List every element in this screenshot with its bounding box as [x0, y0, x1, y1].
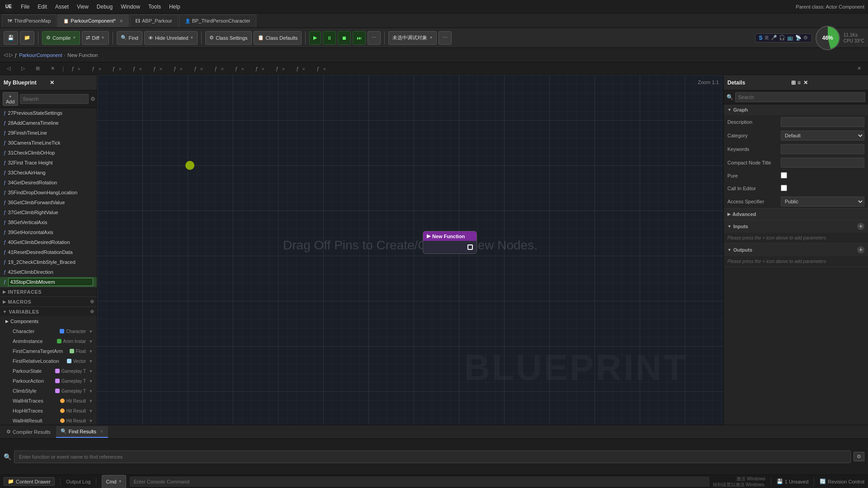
- bp-func-27[interactable]: ƒ27PreviousStateSettings: [0, 108, 97, 118]
- nav-forward-btn[interactable]: ▷: [9, 52, 13, 58]
- right-panel-close[interactable]: ✕: [803, 80, 864, 86]
- func-tab-6[interactable]: ƒ ✕: [189, 65, 208, 73]
- debug-target-dropdown[interactable]: 未选中调试对象 ▼: [388, 31, 437, 45]
- class-settings-button[interactable]: ⚙ Class Settings: [205, 31, 251, 45]
- tab-parkourcomponent-close[interactable]: ✕: [119, 19, 123, 23]
- more-button[interactable]: ⋯: [368, 31, 381, 45]
- func-tab-5[interactable]: ƒ ✕: [169, 65, 188, 73]
- tab-thirdpersonmap[interactable]: 🗺 ThirdPersonMap: [2, 14, 57, 27]
- func-tab-1[interactable]: ƒ ✕: [87, 65, 106, 73]
- pause-button[interactable]: ⏸: [323, 31, 336, 45]
- menu-help[interactable]: Help: [165, 3, 184, 11]
- func-tab-8[interactable]: ƒ ✕: [230, 65, 250, 73]
- revision-control-btn[interactable]: 🔄 Revision Control: [820, 479, 864, 484]
- bp-func-38[interactable]: ƒ38GetVerticalAxis: [0, 217, 97, 227]
- details-pure-checkbox[interactable]: [781, 172, 787, 178]
- bp-func-35[interactable]: ƒ35FindDropDownHangLocation: [0, 188, 97, 197]
- breadcrumb-component[interactable]: ParkourComponent: [19, 52, 62, 58]
- find-button[interactable]: 🔍 Find: [117, 31, 142, 45]
- save-button[interactable]: 💾: [4, 31, 18, 45]
- console-input[interactable]: [130, 477, 709, 487]
- var-parkouraction[interactable]: ParkourAction Gameplay T ▼: [0, 376, 97, 386]
- stop-button[interactable]: ⏹: [338, 31, 351, 45]
- var-wallhittraces[interactable]: WallHitTraces Hit Result ▼: [0, 396, 97, 406]
- var-wallhitresult[interactable]: WallHitResult Hit Result ▼: [0, 416, 97, 425]
- cmd-dropdown[interactable]: Cmd ▼: [102, 475, 126, 488]
- content-drawer-btn[interactable]: 📁 Content Drawer: [4, 477, 55, 486]
- var-hophittraces[interactable]: HopHitTraces Hit Result ▼: [0, 406, 97, 416]
- func-tab-nav-forward[interactable]: ▷: [16, 64, 30, 73]
- var-firstrelativelocation[interactable]: FirstRelativeLocation Vector ▼: [0, 356, 97, 366]
- bp-func-29[interactable]: ƒ29FinishTimeLine: [0, 128, 97, 138]
- bp-func-19[interactable]: ƒ19_2CheckClimbStyle_Braced: [0, 257, 97, 267]
- bp-func-36[interactable]: ƒ36GetClimbForwardValue: [0, 197, 97, 207]
- find-search-input[interactable]: [14, 450, 851, 463]
- menu-asset[interactable]: Asset: [52, 3, 72, 11]
- add-button[interactable]: + Add: [3, 92, 18, 106]
- graph-section-header[interactable]: ▼ Graph: [724, 104, 868, 115]
- bp-func-33[interactable]: ƒ33CheckAirHang: [0, 168, 97, 178]
- details-callInEditor-checkbox[interactable]: [781, 185, 787, 191]
- play-button[interactable]: ▶: [309, 31, 321, 45]
- tab-abp-parkour[interactable]: 🎞 ABP_Parkour: [130, 14, 178, 27]
- inputs-section-header[interactable]: ▼ Inputs +: [724, 220, 868, 233]
- interfaces-section[interactable]: ▶ INTERFACES: [0, 287, 97, 296]
- bp-func-42[interactable]: ƒ42SetClimbDirection: [0, 267, 97, 277]
- details-description-input[interactable]: [781, 117, 864, 127]
- diff-button[interactable]: ⇄ Diff ▼: [82, 31, 108, 45]
- skip-button[interactable]: ⏭: [353, 31, 366, 45]
- func-tab-3[interactable]: ƒ ✕: [128, 65, 147, 73]
- browse-button[interactable]: 📁: [20, 31, 34, 45]
- search-input[interactable]: [20, 94, 89, 104]
- menu-edit[interactable]: Edit: [34, 3, 51, 11]
- bp-func-31[interactable]: ƒ31CheckClimbOrHop: [0, 148, 97, 158]
- details-compact-input[interactable]: [781, 158, 864, 168]
- hide-unrelated-button[interactable]: 👁 Hide Unrelated ▼: [144, 31, 198, 45]
- output-log-btn[interactable]: Output Log: [66, 479, 90, 484]
- bp-func-41[interactable]: ƒ41ResetDesiredRotationData: [0, 247, 97, 257]
- nav-back-btn[interactable]: ◁: [4, 52, 7, 58]
- compile-button[interactable]: ⚙ Compile ▼: [42, 31, 80, 45]
- var-firstcameratargetarm[interactable]: FirstCameraTargetArm Float ▼: [0, 346, 97, 356]
- macros-add-btn[interactable]: ⊕: [90, 299, 94, 305]
- compiler-results-tab[interactable]: ⚙ Compiler Results: [2, 426, 55, 438]
- inputs-add-btn[interactable]: +: [857, 223, 864, 230]
- find-results-tab[interactable]: 🔍 Find Results ✕: [56, 426, 108, 438]
- bp-func-43-input[interactable]: [8, 278, 93, 286]
- components-header[interactable]: ▶ Components: [0, 316, 97, 326]
- details-list-icon[interactable]: ≡: [797, 80, 801, 86]
- var-climbstyle[interactable]: ClimbStyle Gameplay T ▼: [0, 386, 97, 396]
- details-grid-icon[interactable]: ⊞: [791, 80, 796, 86]
- bp-func-40[interactable]: ƒ40GetClimbDesiredRotation: [0, 237, 97, 247]
- func-tab-close-all[interactable]: ✕: [46, 64, 60, 73]
- bp-func-32[interactable]: ƒ32First Trace Height: [0, 158, 97, 168]
- advanced-section-header[interactable]: ▶ Advanced: [724, 209, 868, 220]
- menu-file[interactable]: File: [17, 3, 33, 11]
- func-tab-2[interactable]: ƒ ✕: [108, 65, 127, 73]
- var-character[interactable]: Character Character ▼: [0, 326, 97, 336]
- variables-add-btn[interactable]: ⊕: [90, 309, 94, 314]
- find-results-close[interactable]: ✕: [100, 429, 104, 434]
- debug-more-button[interactable]: ⋯: [439, 31, 452, 45]
- func-tab-12[interactable]: ƒ ✕: [311, 65, 331, 73]
- variables-section[interactable]: ▼ VARIABLES ⊕: [0, 306, 97, 316]
- settings-icon[interactable]: ⚙: [90, 96, 95, 102]
- details-search-input[interactable]: [735, 92, 865, 102]
- menu-debug[interactable]: Debug: [93, 3, 116, 11]
- func-tab-9[interactable]: ƒ ✕: [250, 65, 270, 73]
- func-tab-nav-back[interactable]: ◁: [2, 64, 15, 73]
- canvas-area[interactable]: Drag Off Pins to Create/Connect New Node…: [97, 75, 723, 425]
- menu-window[interactable]: Window: [117, 3, 144, 11]
- func-tab-7[interactable]: ƒ ✕: [209, 65, 229, 73]
- func-tab-grid[interactable]: ⊞: [31, 64, 45, 73]
- details-access-select[interactable]: Public Protected Private: [781, 197, 864, 206]
- var-parkourstate[interactable]: ParkourState Gameplay T ▼: [0, 366, 97, 376]
- func-tab-4[interactable]: ƒ ✕: [148, 65, 168, 73]
- new-function-node[interactable]: ▶ New Function: [423, 231, 477, 254]
- left-panel-close[interactable]: ✕: [50, 80, 93, 86]
- macros-section[interactable]: ▶ MACROS ⊕: [0, 296, 97, 306]
- bp-func-34[interactable]: ƒ34GetDesiredRotation: [0, 178, 97, 188]
- tab-parkourcomponent[interactable]: 📋 ParkourComponent* ✕: [57, 14, 129, 27]
- func-tab-0[interactable]: ƒ ✕: [66, 65, 86, 73]
- bp-func-43[interactable]: ƒ: [0, 277, 97, 287]
